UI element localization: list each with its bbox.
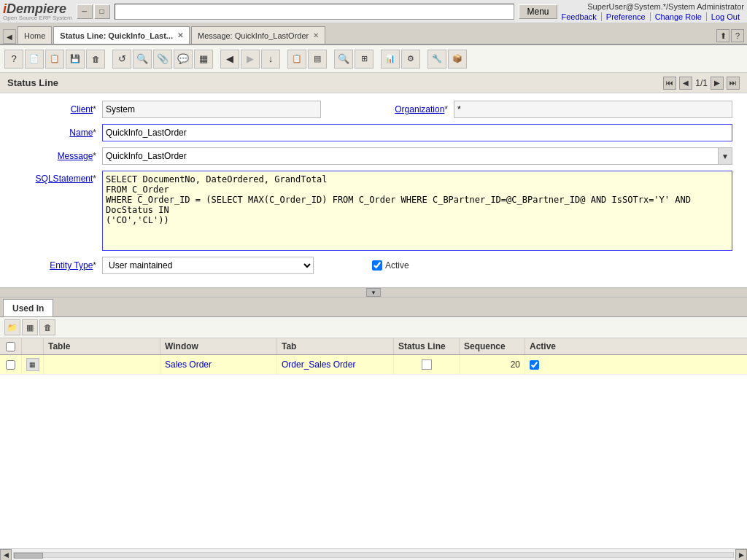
- title-input[interactable]: [115, 4, 515, 20]
- chat-btn[interactable]: 💬: [174, 50, 193, 69]
- main-content: Client* Organization* Name* Message*: [0, 93, 747, 560]
- list-btn[interactable]: ▤: [308, 50, 327, 69]
- tab-status-line-close[interactable]: ✕: [177, 31, 183, 39]
- entity-row: Entity Type* User maintained Application…: [15, 257, 732, 274]
- next-page-btn[interactable]: ▶: [711, 77, 724, 90]
- zoom-btn[interactable]: 🔍: [334, 50, 353, 69]
- row-statusline-cell: [394, 355, 460, 374]
- entity-select-wrapper: User maintained Application Dictionary i…: [102, 257, 314, 274]
- down-btn[interactable]: ↓: [261, 50, 280, 69]
- client-link[interactable]: Client: [71, 104, 93, 114]
- tab-message-close[interactable]: ✕: [313, 31, 319, 39]
- change-role-link[interactable]: Change Role: [651, 12, 707, 21]
- back-btn[interactable]: ◀: [220, 50, 239, 69]
- scroll-indicator[interactable]: ▼: [366, 288, 381, 297]
- header-table: Table: [44, 338, 160, 354]
- tab-nav-left[interactable]: ◀: [3, 29, 16, 44]
- new-btn[interactable]: 📄: [25, 50, 44, 69]
- row-icon-cell: ▦: [22, 355, 44, 374]
- header-active: Active: [525, 338, 613, 354]
- save-btn[interactable]: 💾: [66, 50, 85, 69]
- section-title: Status Line: [7, 77, 58, 88]
- grid-new-btn[interactable]: 📁: [4, 319, 20, 335]
- message-row: Message* ▼: [15, 147, 732, 165]
- find-btn[interactable]: 🔍: [133, 50, 152, 69]
- bottom-tab-bar: Used In: [0, 298, 747, 317]
- bottom-toolbar: 📁 ▦ 🗑: [0, 317, 747, 338]
- forward-btn[interactable]: ▶: [241, 50, 260, 69]
- grid-btn[interactable]: ▦: [194, 50, 213, 69]
- form-btn[interactable]: 📋: [287, 50, 306, 69]
- scroll-thumb[interactable]: [14, 553, 43, 559]
- sql-link[interactable]: SQLStatement: [36, 174, 93, 184]
- row-tab-cell[interactable]: Order_Sales Order: [277, 355, 394, 374]
- multi-btn[interactable]: ⊞: [355, 50, 374, 69]
- select-all-checkbox[interactable]: [6, 342, 15, 351]
- message-dropdown-btn[interactable]: ▼: [718, 147, 732, 165]
- top-bar: iDempiere Open Source ERP System ─ □ Men…: [0, 0, 747, 23]
- last-page-btn[interactable]: ⏭: [727, 77, 740, 90]
- scroll-left-btn[interactable]: ◀: [0, 549, 12, 561]
- sql-row: SQLStatement* SELECT DocumentNo, DateOrd…: [15, 171, 732, 251]
- prev-page-btn[interactable]: ◀: [679, 77, 692, 90]
- client-org-row: Client* Organization*: [15, 101, 732, 118]
- page-info: 1/1: [695, 78, 708, 88]
- active-wrapper: Active: [372, 260, 409, 271]
- active-label: Active: [385, 260, 409, 271]
- preference-link[interactable]: Preference: [602, 12, 651, 21]
- workflow-btn[interactable]: ⚙: [401, 50, 420, 69]
- refresh-btn[interactable]: ↺: [112, 50, 131, 69]
- grid-delete-btn[interactable]: 🗑: [39, 319, 55, 335]
- row-table-cell: [44, 355, 160, 374]
- entity-link[interactable]: Entity Type: [50, 260, 93, 271]
- message-link[interactable]: Message: [58, 151, 93, 161]
- copy-btn[interactable]: 📋: [45, 50, 64, 69]
- tab-message-label: Message: QuickInfo_LastOrder: [198, 31, 309, 40]
- used-in-tab[interactable]: Used In: [3, 299, 53, 316]
- bottom-scrollbar: ◀ ▶: [0, 548, 747, 560]
- divider-scroll: ▼: [0, 287, 747, 298]
- menu-button[interactable]: Menu: [519, 4, 557, 19]
- active-checkbox[interactable]: [372, 260, 382, 271]
- org-link[interactable]: Organization: [395, 104, 444, 114]
- help-toolbar-btn[interactable]: ?: [4, 50, 23, 69]
- minimize-btn[interactable]: ─: [77, 4, 93, 19]
- restore-btn[interactable]: □: [94, 4, 110, 19]
- row-sequence-cell: 20: [460, 355, 525, 374]
- scroll-track: [13, 552, 734, 558]
- first-page-btn[interactable]: ⏮: [663, 77, 676, 90]
- row-checkbox[interactable]: [6, 360, 15, 370]
- help-btn[interactable]: ?: [731, 29, 744, 42]
- scroll-right-btn[interactable]: ▶: [735, 549, 747, 561]
- sql-label: SQLStatement*: [15, 171, 102, 184]
- org-input[interactable]: [454, 101, 732, 118]
- entity-select[interactable]: User maintained Application Dictionary i…: [102, 257, 314, 274]
- report-btn[interactable]: 📊: [381, 50, 400, 69]
- table-row: ▦ Sales Order Order_Sales Order 20: [0, 355, 747, 375]
- feedback-link[interactable]: Feedback: [557, 12, 602, 21]
- message-input[interactable]: [102, 147, 718, 165]
- collapse-btn[interactable]: ⬆: [716, 29, 729, 42]
- name-input[interactable]: [102, 124, 732, 141]
- form-area: Client* Organization* Name* Message*: [0, 93, 747, 287]
- tab-status-line[interactable]: Status Line: QuickInfo_Last... ✕: [53, 26, 190, 44]
- tab-message[interactable]: Message: QuickInfo_LastOrder ✕: [191, 26, 325, 44]
- statusline-checkbox: [422, 359, 432, 370]
- grid-header: Table Window Tab Status Line Sequence Ac…: [0, 338, 747, 355]
- grid-form-btn[interactable]: ▦: [22, 319, 38, 335]
- header-window: Window: [160, 338, 277, 354]
- archive-btn[interactable]: 📦: [448, 50, 467, 69]
- row-active-checkbox[interactable]: [530, 360, 539, 370]
- attach-btn[interactable]: 📎: [153, 50, 172, 69]
- tools-btn[interactable]: 🔧: [427, 50, 446, 69]
- name-link[interactable]: Name: [69, 128, 93, 138]
- sql-textarea[interactable]: SELECT DocumentNo, DateOrdered, GrandTot…: [102, 171, 732, 251]
- row-window-cell[interactable]: Sales Order: [160, 355, 277, 374]
- logout-link[interactable]: Log Out: [707, 12, 744, 21]
- client-input[interactable]: [102, 101, 321, 118]
- row-edit-icon[interactable]: ▦: [26, 358, 39, 371]
- tab-home[interactable]: Home: [18, 26, 52, 44]
- delete-btn[interactable]: 🗑: [86, 50, 105, 69]
- grid: Table Window Tab Status Line Sequence Ac…: [0, 338, 747, 548]
- tab-bar-right: ⬆ ?: [716, 29, 744, 44]
